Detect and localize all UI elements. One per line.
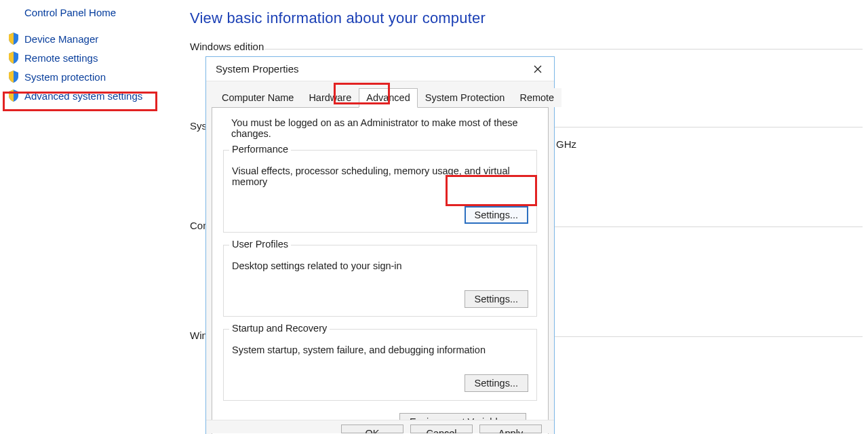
control-panel-home-link[interactable]: Control Panel Home bbox=[0, 4, 176, 29]
ok-button[interactable]: OK bbox=[341, 425, 403, 433]
group-startup-recovery: Startup and Recovery System startup, sys… bbox=[223, 329, 537, 401]
sidebar: Control Panel Home Device Manager Remote… bbox=[0, 0, 176, 105]
tab-system-protection[interactable]: System Protection bbox=[418, 88, 513, 107]
close-icon bbox=[534, 65, 542, 73]
admin-note: You must be logged on as an Administrato… bbox=[223, 117, 537, 139]
sidebar-item-remote-settings[interactable]: Remote settings bbox=[0, 48, 176, 67]
sidebar-item-advanced-system-settings[interactable]: Advanced system settings bbox=[0, 86, 176, 105]
divider bbox=[264, 49, 863, 50]
group-desc-profiles: Desktop settings related to your sign-in bbox=[232, 260, 528, 271]
profiles-settings-button[interactable]: Settings... bbox=[465, 290, 528, 308]
sidebar-item-label: Device Manager bbox=[24, 33, 98, 45]
group-performance: Performance Visual effects, processor sc… bbox=[223, 150, 537, 233]
shield-icon bbox=[8, 90, 19, 102]
group-legend-startup: Startup and Recovery bbox=[229, 323, 330, 334]
performance-settings-button[interactable]: Settings... bbox=[465, 206, 528, 224]
shield-icon bbox=[8, 52, 19, 64]
tab-advanced[interactable]: Advanced bbox=[359, 88, 418, 108]
sidebar-item-system-protection[interactable]: System protection bbox=[0, 67, 176, 86]
sidebar-item-label: Advanced system settings bbox=[24, 90, 142, 102]
tab-computer-name[interactable]: Computer Name bbox=[214, 88, 301, 107]
dialog-title: System Properties bbox=[216, 63, 299, 75]
group-desc-performance: Visual effects, processor scheduling, me… bbox=[232, 165, 528, 187]
main-content: View basic information about your comput… bbox=[190, 0, 868, 52]
dialog-button-row: OK Cancel Apply bbox=[206, 420, 554, 433]
page-heading: View basic information about your comput… bbox=[190, 9, 868, 27]
shield-icon bbox=[8, 33, 19, 45]
tab-panel-advanced: You must be logged on as an Administrato… bbox=[212, 108, 549, 434]
sidebar-item-label: Remote settings bbox=[24, 52, 98, 64]
group-legend-profiles: User Profiles bbox=[229, 239, 291, 250]
sidebar-item-label: System protection bbox=[24, 71, 106, 83]
group-user-profiles: User Profiles Desktop settings related t… bbox=[223, 245, 537, 317]
system-properties-dialog: System Properties Computer Name Hardware… bbox=[205, 56, 555, 434]
close-button[interactable] bbox=[524, 59, 551, 79]
cancel-button[interactable]: Cancel bbox=[410, 425, 473, 433]
shield-icon bbox=[8, 71, 19, 83]
dialog-titlebar: System Properties bbox=[206, 57, 554, 81]
tabstrip: Computer Name Hardware Advanced System P… bbox=[212, 88, 549, 108]
apply-button[interactable]: Apply bbox=[479, 425, 542, 433]
group-desc-startup: System startup, system failure, and debu… bbox=[232, 344, 528, 355]
bg-text-ghz: GHz bbox=[556, 138, 868, 150]
tab-hardware[interactable]: Hardware bbox=[301, 88, 359, 107]
tab-remote[interactable]: Remote bbox=[512, 88, 561, 107]
startup-settings-button[interactable]: Settings... bbox=[465, 374, 528, 392]
section-windows-edition: Windows edition bbox=[190, 41, 868, 52]
sidebar-item-device-manager[interactable]: Device Manager bbox=[0, 29, 176, 48]
group-legend-performance: Performance bbox=[229, 144, 291, 155]
